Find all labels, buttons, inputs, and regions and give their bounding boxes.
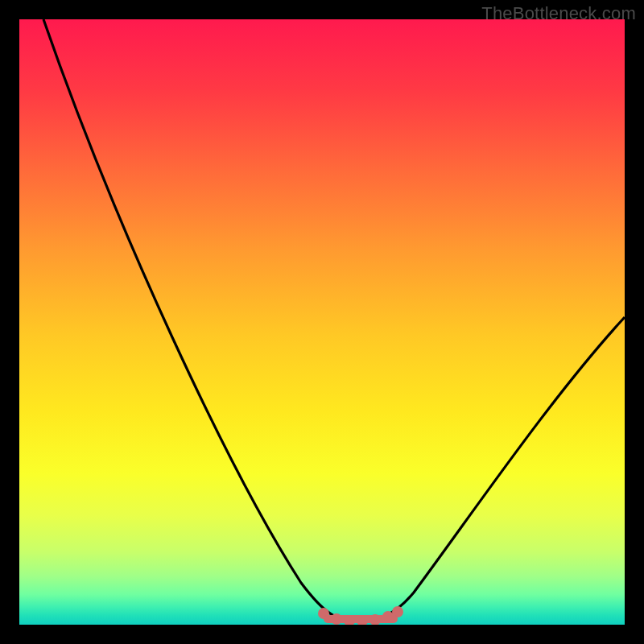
curve-layer [19,19,625,625]
svg-point-5 [382,611,394,622]
svg-point-4 [369,614,381,625]
watermark-text: TheBottleneck.com [481,3,636,24]
svg-point-3 [357,615,368,625]
outer-frame: TheBottleneck.com [0,0,644,644]
svg-point-0 [318,608,329,619]
svg-point-2 [344,615,355,625]
bottleneck-curve [43,19,625,621]
flat-region-markers [318,606,403,625]
svg-rect-7 [324,615,398,623]
svg-point-1 [331,613,342,625]
svg-point-6 [392,606,403,617]
plot-area [19,19,625,625]
